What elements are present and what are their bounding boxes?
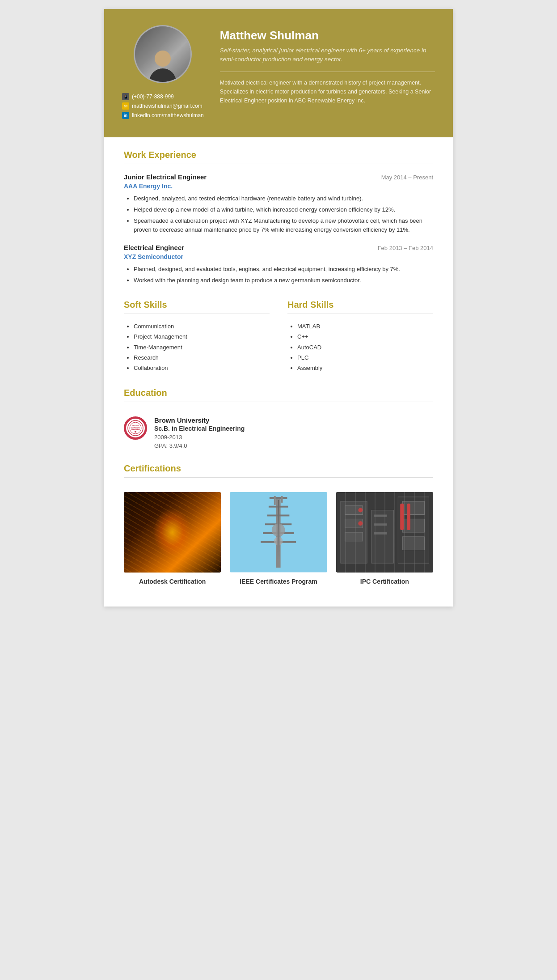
education-title: Education: [124, 388, 433, 398]
hard-skill-4: PLC: [297, 352, 433, 363]
contact-phone: 📱 (+00)-77-888-999: [122, 93, 204, 100]
soft-skills-title: Soft Skills: [124, 300, 270, 310]
job-2-company: XYZ Semiconductor: [124, 253, 433, 260]
cert-1-label: Autodesk Certification: [139, 578, 206, 585]
education-gpa: GPA: 3.9/4.0: [154, 442, 245, 449]
svg-rect-10: [265, 523, 291, 525]
job-1-header: Junior Electrical Engineer May 2014 – Pr…: [124, 173, 433, 181]
svg-rect-23: [345, 532, 363, 541]
svg-rect-25: [402, 519, 424, 532]
svg-rect-31: [374, 532, 387, 535]
soft-skills-col: Soft Skills Communication Project Manage…: [124, 300, 270, 373]
job-1-bullet-1: Designed, analyzed, and tested electrica…: [134, 194, 433, 204]
soft-skill-5: Collaboration: [134, 363, 270, 373]
cert-3: IPC Certification: [336, 492, 433, 585]
industrial-svg: [336, 492, 433, 573]
certifications-grid: Autodesk Certification: [124, 487, 433, 585]
job-2-bullet-1: Planned, designed, and evaluated tools, …: [134, 265, 433, 274]
cert-1-image: [124, 492, 221, 573]
resume-main: Work Experience Junior Electrical Engine…: [104, 137, 453, 607]
hard-skill-3: AutoCAD: [297, 342, 433, 352]
job-1-bullet-2: Helped develop a new model of a wind tur…: [134, 205, 433, 215]
university-logo: BROWN UNIVERSITY: [124, 416, 147, 440]
job-2-title: Electrical Engineer: [124, 244, 184, 251]
svg-point-14: [274, 537, 283, 546]
soft-skill-1: Communication: [134, 321, 270, 331]
brown-university-seal: BROWN UNIVERSITY: [127, 420, 143, 436]
svg-rect-32: [400, 504, 404, 530]
job-2-bullets: Planned, designed, and evaluated tools, …: [124, 265, 433, 285]
svg-rect-19: [371, 510, 393, 563]
svg-rect-17: [336, 492, 433, 572]
hard-skills-list: MATLAB C++ AutoCAD PLC Assembly: [287, 321, 433, 373]
contact-linkedin: in linkedin.com/matthewshulman: [122, 112, 204, 119]
svg-point-27: [358, 508, 363, 512]
job-1-company: AAA Energy Inc.: [124, 182, 433, 190]
job-1-bullet-3: Spearheaded a collaboration project with…: [134, 216, 433, 235]
cert-2-image: [230, 492, 327, 573]
job-2-dates: Feb 2013 – Feb 2014: [378, 245, 433, 251]
svg-point-28: [358, 521, 363, 526]
skills-section: Soft Skills Communication Project Manage…: [124, 300, 433, 373]
svg-rect-7: [270, 497, 287, 499]
hard-skill-1: MATLAB: [297, 321, 433, 331]
svg-rect-20: [398, 497, 429, 563]
svg-rect-16: [281, 496, 283, 503]
school-name: Brown University: [154, 416, 245, 424]
work-experience-section: Work Experience Junior Electrical Engine…: [124, 150, 433, 285]
degree-name: Sc.B. in Electrical Engineering: [154, 425, 245, 432]
svg-rect-18: [341, 501, 367, 563]
cert-1: Autodesk Certification: [124, 492, 221, 585]
job-1: Junior Electrical Engineer May 2014 – Pr…: [124, 173, 433, 235]
job-1-dates: May 2014 – Present: [381, 174, 433, 181]
svg-rect-12: [261, 541, 296, 543]
svg-rect-29: [374, 514, 387, 517]
candidate-name: Matthew Shulman: [220, 29, 435, 42]
svg-text:UNIVERSITY: UNIVERSITY: [131, 427, 140, 429]
resume-header: 📱 (+00)-77-888-999 ✉ matthewshulman@gmai…: [104, 9, 453, 137]
certifications-section: Certifications Autodesk Certification: [124, 463, 433, 585]
soft-skill-4: Research: [134, 352, 270, 363]
job-2: Electrical Engineer Feb 2013 – Feb 2014 …: [124, 244, 433, 285]
hard-skill-2: C++: [297, 331, 433, 342]
svg-rect-24: [402, 501, 424, 515]
contact-email: ✉ matthewshulman@gmail.com: [122, 102, 204, 110]
svg-text:BROWN: BROWN: [132, 424, 139, 427]
svg-rect-22: [345, 519, 363, 528]
tower-svg: [230, 492, 327, 573]
svg-rect-11: [263, 532, 294, 534]
hard-skill-5: Assembly: [297, 363, 433, 373]
cert-2: IEEE Certificates Program: [230, 492, 327, 585]
candidate-bio: Motivated electrical engineer with a dem…: [220, 78, 435, 105]
svg-rect-26: [402, 537, 424, 550]
hard-skills-col: Hard Skills MATLAB C++ AutoCAD PLC Assem…: [287, 300, 433, 373]
svg-rect-21: [345, 505, 363, 514]
cert-2-label: IEEE Certificates Program: [240, 578, 317, 585]
svg-rect-9: [267, 514, 289, 516]
job-2-header: Electrical Engineer Feb 2013 – Feb 2014: [124, 244, 433, 251]
svg-rect-8: [269, 505, 288, 507]
education-years: 2009-2013: [154, 434, 245, 441]
phone-icon: 📱: [122, 93, 129, 100]
resume-container: 📱 (+00)-77-888-999 ✉ matthewshulman@gmai…: [104, 9, 453, 607]
hard-skills-title: Hard Skills: [287, 300, 433, 310]
contact-info: 📱 (+00)-77-888-999 ✉ matthewshulman@gmai…: [122, 93, 204, 121]
cert-3-label: IPC Certification: [360, 578, 409, 585]
education-section: Education BROWN UNIVERSITY: [124, 388, 433, 449]
svg-rect-5: [230, 492, 327, 572]
job-2-bullet-2: Worked with the planning and design team…: [134, 276, 433, 285]
work-experience-title: Work Experience: [124, 150, 433, 160]
soft-skill-2: Project Management: [134, 331, 270, 342]
linkedin-icon: in: [122, 112, 129, 119]
education-entry: BROWN UNIVERSITY Brown University Sc.B. …: [124, 411, 433, 449]
job-1-bullets: Designed, analyzed, and tested electrica…: [124, 194, 433, 235]
svg-point-13: [272, 523, 285, 537]
soft-skill-3: Time-Management: [134, 342, 270, 352]
job-1-title: Junior Electrical Engineer: [124, 173, 207, 181]
svg-rect-15: [274, 496, 276, 505]
svg-rect-33: [407, 504, 410, 530]
cert-3-image: [336, 492, 433, 573]
svg-point-4: [135, 431, 136, 433]
email-icon: ✉: [122, 102, 129, 110]
avatar: [134, 25, 192, 83]
